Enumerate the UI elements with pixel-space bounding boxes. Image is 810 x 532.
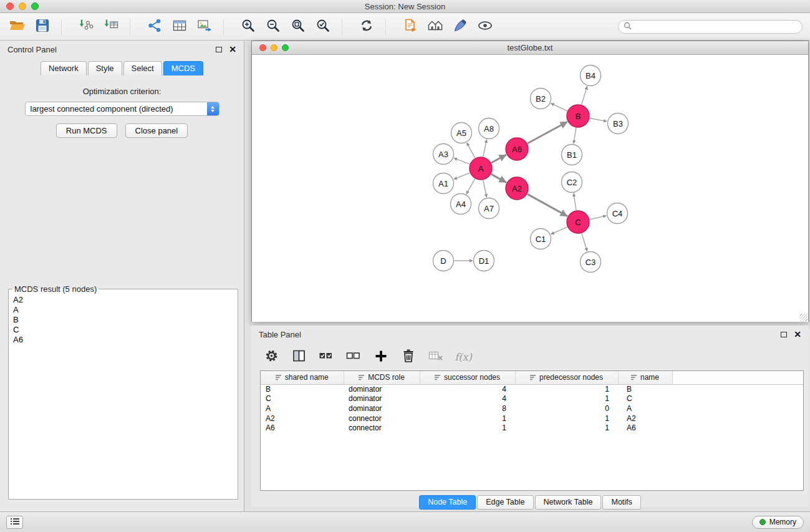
column-header-successor-nodes[interactable]: successor nodes <box>420 371 515 384</box>
mcds-result-item[interactable]: A2 <box>11 295 235 305</box>
graph-edge-C-C1[interactable] <box>551 227 567 235</box>
graph-edge-A-A4[interactable] <box>466 179 475 195</box>
graph-node-A[interactable]: A <box>470 157 492 180</box>
graph-node-A2[interactable]: A2 <box>506 177 528 200</box>
table-cell[interactable]: B <box>261 384 344 394</box>
table-cell[interactable]: A <box>261 404 344 414</box>
network-window-titlebar[interactable]: testGlobe.txt <box>252 41 808 55</box>
apply-style-button[interactable] <box>450 17 470 37</box>
table-settings-button[interactable] <box>263 348 280 365</box>
graph-node-A1[interactable]: A1 <box>433 173 454 194</box>
table-cell[interactable]: A6 <box>618 423 672 433</box>
graph-node-B4[interactable]: B4 <box>581 65 601 86</box>
table-cell[interactable]: A2 <box>618 414 672 423</box>
graph-edge-C-C3[interactable] <box>582 233 587 251</box>
select-all-button[interactable] <box>317 348 335 365</box>
tab-node-table[interactable]: Node Table <box>419 495 476 510</box>
table-cell[interactable]: 4 <box>420 384 515 394</box>
graph-node-C1[interactable]: C1 <box>531 229 551 249</box>
tab-style[interactable]: Style <box>88 61 122 75</box>
run-mcds-button[interactable]: Run MCDS <box>56 123 117 138</box>
table-cell[interactable]: 0 <box>515 404 618 414</box>
graph-node-A8[interactable]: A8 <box>479 118 499 139</box>
task-history-button[interactable] <box>6 516 23 529</box>
minimize-window-button[interactable] <box>19 2 26 10</box>
close-window-button[interactable] <box>6 2 14 10</box>
mcds-result-item[interactable]: C <box>11 325 235 335</box>
export-image-button[interactable] <box>195 17 215 37</box>
table-cell[interactable]: 1 <box>515 414 618 423</box>
show-columns-button[interactable] <box>290 348 307 365</box>
network-close-button[interactable] <box>259 44 266 51</box>
table-cell[interactable]: A <box>618 404 672 414</box>
table-cell[interactable]: dominator <box>344 404 420 414</box>
close-panel-button[interactable]: Close panel <box>125 123 188 138</box>
graph-edge-B-B1[interactable] <box>574 128 576 143</box>
graph-node-C[interactable]: C <box>567 211 589 233</box>
graph-node-B3[interactable]: B3 <box>608 114 629 134</box>
column-header-predecessor-nodes[interactable]: predecessor nodes <box>515 371 618 384</box>
table-cell[interactable]: dominator <box>344 394 420 404</box>
zoom-window-button[interactable] <box>31 2 39 10</box>
deselect-all-button[interactable] <box>345 348 362 365</box>
table-cell[interactable]: 1 <box>515 394 618 404</box>
graph-edge-C-C2[interactable] <box>574 193 576 210</box>
new-network-button[interactable] <box>145 17 165 37</box>
network-from-document-button[interactable] <box>400 17 420 37</box>
graph-edge-A-A3[interactable] <box>454 158 470 164</box>
zoom-in-button[interactable] <box>238 17 258 37</box>
column-header-shared-name[interactable]: shared name <box>261 371 344 384</box>
save-session-button[interactable] <box>32 17 52 37</box>
table-row[interactable]: Bdominator41B <box>261 384 803 394</box>
network-graph[interactable]: AA1A2A3A4A5A6A7A8BB1B2B3B4CC1C2C3C4DD1 <box>252 55 808 321</box>
mcds-result-item[interactable]: B <box>11 315 235 325</box>
memory-button[interactable]: Memory <box>752 516 804 529</box>
close-panel-icon[interactable]: ✕ <box>229 46 236 52</box>
table-cell[interactable]: 1 <box>515 384 618 394</box>
table-row[interactable]: Adominator80A <box>261 404 803 414</box>
graph-edge-A2-C[interactable] <box>528 194 567 216</box>
zoom-selected-button[interactable] <box>313 17 333 37</box>
network-canvas[interactable]: AA1A2A3A4A5A6A7A8BB1B2B3B4CC1C2C3C4DD1 <box>252 55 808 322</box>
column-header-mcds-role[interactable]: MCDS role <box>344 371 420 384</box>
graph-edge-A-A6[interactable] <box>491 155 506 163</box>
graph-node-A7[interactable]: A7 <box>479 198 499 219</box>
import-network-button[interactable] <box>76 17 96 37</box>
graph-edge-A-A1[interactable] <box>454 173 470 179</box>
zoom-out-button[interactable] <box>263 17 283 37</box>
graph-node-B1[interactable]: B1 <box>562 145 582 165</box>
graph-node-D1[interactable]: D1 <box>474 251 494 271</box>
graph-edge-B-B4[interactable] <box>582 86 587 105</box>
tab-mcds[interactable]: MCDS <box>163 61 203 75</box>
graph-node-C2[interactable]: C2 <box>562 172 582 193</box>
table-cell[interactable]: 1 <box>420 414 515 423</box>
graph-node-D[interactable]: D <box>433 251 454 271</box>
tab-motifs[interactable]: Motifs <box>602 495 640 510</box>
table-cell[interactable]: 8 <box>420 404 515 414</box>
graph-node-B[interactable]: B <box>567 105 589 127</box>
tab-network[interactable]: Network <box>41 61 87 75</box>
graph-edge-A-A2[interactable] <box>491 174 506 182</box>
graph-node-B2[interactable]: B2 <box>531 89 551 109</box>
graph-node-A5[interactable]: A5 <box>451 123 472 143</box>
graph-node-C4[interactable]: C4 <box>607 203 628 224</box>
float-table-panel-icon[interactable] <box>781 332 787 337</box>
table-cell[interactable]: connector <box>344 414 420 423</box>
graph-edge-B-B3[interactable] <box>590 118 607 122</box>
float-panel-icon[interactable] <box>216 47 222 52</box>
home-button[interactable] <box>425 17 445 37</box>
optimization-select[interactable]: largest connected component (directed) <box>25 102 219 116</box>
zoom-fit-button[interactable] <box>288 17 308 37</box>
function-builder-button[interactable]: f(x) <box>455 348 472 365</box>
delete-table-button[interactable] <box>427 348 445 365</box>
network-minimize-button[interactable] <box>271 44 277 51</box>
new-table-button[interactable] <box>170 17 190 37</box>
refresh-button[interactable] <box>357 17 377 37</box>
show-hide-button[interactable] <box>475 17 495 37</box>
mcds-result-item[interactable]: A <box>11 305 235 315</box>
table-cell[interactable]: 1 <box>420 423 515 433</box>
tab-select[interactable]: Select <box>123 61 162 75</box>
table-cell[interactable]: connector <box>344 423 420 433</box>
tab-network-table[interactable]: Network Table <box>535 495 602 510</box>
table-cell[interactable]: B <box>618 384 672 394</box>
